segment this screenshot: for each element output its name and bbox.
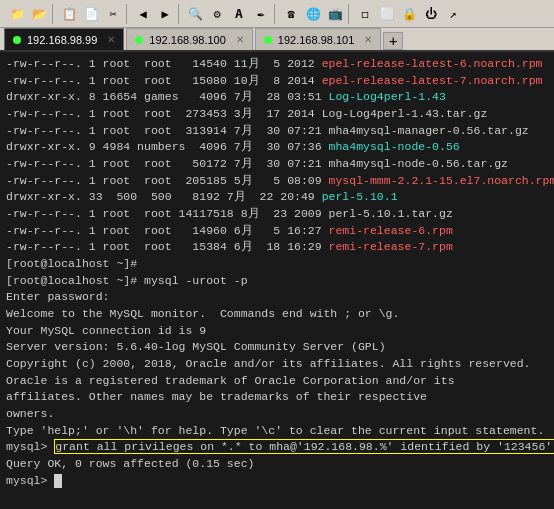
- terminal-line: -rw-r--r--. 1 root root 15080 10月 8 2014…: [6, 73, 548, 90]
- toolbar-group-misc: ◻ ⬜ 🔒 ⏻ ↗: [352, 4, 466, 24]
- terminal-line: -rw-r--r--. 1 root root 273453 3月 17 201…: [6, 106, 548, 123]
- toolbar-group-file: 📁 📂: [4, 4, 53, 24]
- settings-btn[interactable]: ⚙: [207, 4, 227, 24]
- pen-btn[interactable]: ✒: [251, 4, 271, 24]
- font-btn[interactable]: A: [229, 4, 249, 24]
- tab-close-2[interactable]: ✕: [236, 34, 244, 45]
- toolbar-group-edit: 📋 📄 ✂: [56, 4, 127, 24]
- tab-dot-3: [264, 36, 272, 44]
- new-tab-button[interactable]: +: [383, 32, 403, 50]
- toolbar-group-nav: ◀ ▶: [130, 4, 179, 24]
- tab-label-1: 192.168.98.99: [27, 34, 97, 46]
- new-folder-btn[interactable]: 📁: [7, 4, 27, 24]
- power-btn[interactable]: ⏻: [421, 4, 441, 24]
- terminal-line: drwxr-xr-x. 33 500 500 8192 7月 22 20:49 …: [6, 189, 548, 206]
- tab-bar: 192.168.98.99 ✕ 192.168.98.100 ✕ 192.168…: [0, 28, 554, 52]
- terminal-line: mysql> grant all privileges on *.* to mh…: [6, 439, 548, 456]
- terminal-line: Type 'help;' or '\h' for help. Type '\c'…: [6, 423, 548, 440]
- terminal-line: Your MySQL connection id is 9: [6, 323, 548, 340]
- toolbar-group-tools: 🔍 ⚙ A ✒: [182, 4, 275, 24]
- tab-close-3[interactable]: ✕: [364, 34, 372, 45]
- terminal-line: affiliates. Other names may be trademark…: [6, 389, 548, 406]
- copy-btn[interactable]: 📋: [59, 4, 79, 24]
- terminal-line: Welcome to the MySQL monitor. Commands e…: [6, 306, 548, 323]
- tab-2[interactable]: 192.168.98.100 ✕: [126, 28, 252, 50]
- paste-btn[interactable]: 📄: [81, 4, 101, 24]
- phone-btn[interactable]: ☎: [281, 4, 301, 24]
- terminal-line: -rw-r--r--. 1 root root 14960 6月 5 16:27…: [6, 223, 548, 240]
- monitor-btn[interactable]: 📺: [325, 4, 345, 24]
- tab-3[interactable]: 192.168.98.101 ✕: [255, 28, 381, 50]
- tab-1[interactable]: 192.168.98.99 ✕: [4, 28, 124, 50]
- terminal-line: [root@localhost ~]#: [6, 256, 548, 273]
- terminal-line: owners.: [6, 406, 548, 423]
- tab-label-2: 192.168.98.100: [149, 34, 225, 46]
- fullscreen-btn[interactable]: ⬜: [377, 4, 397, 24]
- forward-btn[interactable]: ▶: [155, 4, 175, 24]
- back-btn[interactable]: ◀: [133, 4, 153, 24]
- lock-btn[interactable]: 🔒: [399, 4, 419, 24]
- terminal-line: drwxr-xr-x. 8 16654 games 4096 7月 28 03:…: [6, 89, 548, 106]
- tab-label-3: 192.168.98.101: [278, 34, 354, 46]
- square-btn[interactable]: ◻: [355, 4, 375, 24]
- terminal-line: -rw-r--r--. 1 root root 14117518 8月 23 2…: [6, 206, 548, 223]
- globe-btn[interactable]: 🌐: [303, 4, 323, 24]
- tab-dot-1: [13, 36, 21, 44]
- terminal-line: -rw-r--r--. 1 root root 205185 5月 5 08:0…: [6, 173, 548, 190]
- tab-close-1[interactable]: ✕: [107, 34, 115, 45]
- toolbar-group-network: ☎ 🌐 📺: [278, 4, 349, 24]
- terminal-line: -rw-r--r--. 1 root root 15384 6月 18 16:2…: [6, 239, 548, 256]
- toolbar: 📁 📂 📋 📄 ✂ ◀ ▶ 🔍 ⚙ A ✒ ☎ 🌐 📺 ◻ ⬜ 🔒 ⏻ ↗: [0, 0, 554, 28]
- terminal-line: -rw-r--r--. 1 root root 50172 7月 30 07:2…: [6, 156, 548, 173]
- open-btn[interactable]: 📂: [29, 4, 49, 24]
- terminal-line: Query OK, 0 rows affected (0.15 sec): [6, 456, 548, 473]
- terminal-line: -rw-r--r--. 1 root root 313914 7月 30 07:…: [6, 123, 548, 140]
- terminal-line: drwxr-xr-x. 9 4984 numbers 4096 7月 30 07…: [6, 139, 548, 156]
- terminal-line: Copyright (c) 2000, 2018, Oracle and/or …: [6, 356, 548, 373]
- extra-btn[interactable]: ↗: [443, 4, 463, 24]
- tab-dot-2: [135, 36, 143, 44]
- terminal[interactable]: -rw-r--r--. 1 root root 14540 11月 5 2012…: [0, 52, 554, 509]
- cut-btn[interactable]: ✂: [103, 4, 123, 24]
- terminal-line: Enter password:: [6, 289, 548, 306]
- terminal-line: Oracle is a registered trademark of Orac…: [6, 373, 548, 390]
- terminal-line: mysql>: [6, 473, 548, 490]
- terminal-line: Server version: 5.6.40-log MySQL Communi…: [6, 339, 548, 356]
- search-btn[interactable]: 🔍: [185, 4, 205, 24]
- terminal-line: -rw-r--r--. 1 root root 14540 11月 5 2012…: [6, 56, 548, 73]
- terminal-line: [root@localhost ~]# mysql -uroot -p: [6, 273, 548, 290]
